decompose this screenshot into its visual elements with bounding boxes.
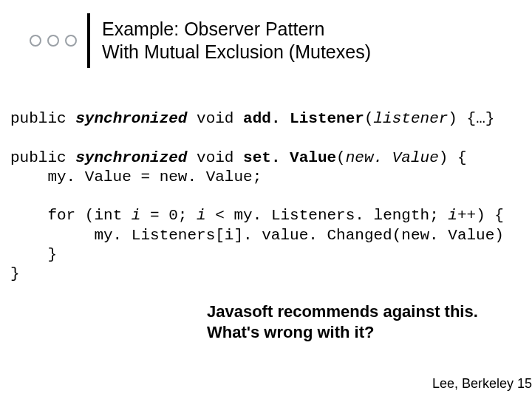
vertical-divider [87, 13, 90, 68]
callout-note: Javasoft recommends against this. What's… [207, 301, 478, 342]
code-line-6: } [10, 246, 57, 263]
code-line-4: for (int i = 0; i < my. Listeners. lengt… [10, 207, 504, 224]
code-block: public synchronized void add. Listener(l… [10, 109, 522, 284]
code-line-3: my. Value = new. Value; [10, 168, 262, 185]
note-line-1: Javasoft recommends against this. [207, 302, 478, 321]
dot-icon [65, 35, 77, 47]
title-line-2: With Mutual Exclusion (Mutexes) [102, 41, 371, 62]
code-line-1: public synchronized void add. Listener(l… [10, 110, 494, 127]
dot-icon [30, 35, 41, 47]
slide-footer: Lee, Berkeley 15 [432, 376, 532, 392]
code-line-7: } [10, 265, 20, 282]
slide-header: Example: Observer Pattern With Mutual Ex… [30, 13, 371, 68]
dot-icon [47, 35, 59, 47]
note-line-2: What's wrong with it? [207, 323, 374, 341]
code-line-2: public synchronized void set. Value(new.… [10, 149, 467, 166]
title-line-1: Example: Observer Pattern [102, 18, 325, 39]
decorative-dots [30, 35, 77, 47]
slide-title: Example: Observer Pattern With Mutual Ex… [102, 18, 371, 64]
code-line-5: my. Listeners[i]. value. Changed(new. Va… [10, 227, 504, 244]
